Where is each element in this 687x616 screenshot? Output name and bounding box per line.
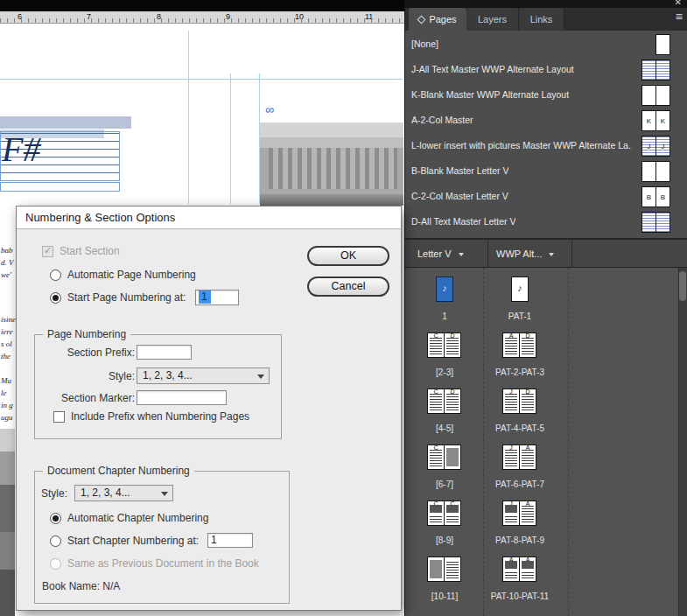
section-prefix-input[interactable] (137, 345, 192, 360)
panel-menu-icon[interactable]: ≡ (676, 10, 683, 23)
section-dropdown-letter-v[interactable]: Letter V (417, 240, 464, 268)
auto-chapter-radio[interactable] (50, 513, 61, 524)
master-row[interactable]: J-All Text Master WWP Alternate Layout (405, 57, 687, 82)
master-letter: A (526, 556, 530, 564)
master-page-icons: BB (642, 186, 670, 207)
master-row[interactable]: K-Blank Master WWP Alternate Layout (405, 82, 687, 108)
master-page-icon (655, 60, 670, 80)
spread-thumbnails-area[interactable]: ♪ 1 ♪ PAT-1 C D [2-3] A D PAT-2-P (405, 268, 687, 616)
page-icon (444, 556, 461, 582)
spread-thumbnail[interactable]: C D (427, 388, 462, 415)
spread-thumbnail[interactable]: J A (502, 500, 537, 527)
close-icon[interactable]: ✕ (675, 0, 682, 7)
start-section-checkbox[interactable] (42, 246, 53, 257)
master-name: B-Blank Master Letter V (411, 158, 508, 184)
spread-thumbnail[interactable]: J D (502, 388, 537, 415)
master-row[interactable]: C-2-Col Master Letter V BB (405, 184, 687, 209)
spread-label[interactable]: PAT-8-PAT-9 (480, 536, 559, 545)
chapter-numbering-legend: Document Chapter Numbering (43, 465, 194, 477)
text-fragment: ugu (1, 413, 13, 422)
page-icon: ♪ (436, 276, 453, 302)
start-page-value: 1 (199, 290, 211, 304)
panel-tab-bar: Pages Layers Links (405, 8, 687, 31)
text-fragment: iere (1, 327, 13, 336)
scrollbar[interactable] (678, 268, 687, 616)
master-row[interactable]: B-Blank Master Letter V (405, 158, 687, 184)
auto-page-radio[interactable] (50, 270, 61, 281)
master-page-icon: J (655, 136, 670, 157)
spread-label[interactable]: [6-7] (405, 480, 484, 489)
page-numbering-legend: Page Numbering (43, 328, 130, 340)
spread-row: C D [2-3] A D PAT-2-PAT-3 (405, 332, 687, 388)
master-page-letter: B (661, 193, 665, 201)
spread-thumbnail[interactable]: A A (502, 556, 537, 583)
scrollbar-thumb[interactable] (679, 271, 686, 301)
master-name: D-All Text Master Letter V (411, 209, 515, 234)
master-page-icon (641, 85, 656, 106)
spread-label[interactable]: PAT-2-PAT-3 (480, 368, 559, 377)
spread-label[interactable]: PAT-10-PAT-11 (480, 592, 559, 601)
page-icon: C (444, 500, 461, 526)
spread-thumbnail[interactable]: A D (502, 332, 537, 359)
master-page-letter: J (662, 143, 665, 150)
auto-page-label: Automatic Page Numbering (67, 269, 196, 281)
start-section-label: Start Section (60, 245, 120, 257)
horizontal-ruler[interactable]: 6 7 8 9 10 11 (0, 11, 404, 24)
spread-label[interactable]: [2-3] (405, 368, 484, 377)
page-thumbnail-selected[interactable]: ♪ (436, 276, 453, 303)
spread-label[interactable]: [8-9] (405, 536, 484, 545)
start-page-radio[interactable] (50, 292, 61, 304)
spread-label[interactable]: PAT-1 (480, 312, 559, 321)
include-prefix-label: Include Prefix when Numbering Pages (71, 410, 249, 423)
building-base (260, 194, 403, 206)
include-prefix-checkbox[interactable] (53, 411, 65, 423)
ruler-number: 6 (18, 12, 22, 21)
master-letter: A (509, 332, 514, 340)
page-icon: J (502, 500, 520, 526)
spread-thumbnail[interactable]: C (427, 444, 462, 471)
spread-row: C D [4-5] J D PAT-4-PAT-5 (405, 388, 687, 444)
tab-links[interactable]: Links (519, 8, 564, 31)
guide-vertical (230, 74, 231, 204)
chapter-style-dropdown[interactable]: 1, 2, 3, 4... (74, 485, 173, 501)
text-fragment: bab (1, 246, 13, 255)
spread-thumbnail[interactable]: J A (502, 444, 537, 471)
spread-thumbnail[interactable]: C C (427, 500, 462, 527)
page-style-value: 1, 2, 3, 4... (143, 369, 193, 382)
master-page-icon: J (641, 136, 656, 157)
start-chapter-radio[interactable] (50, 536, 61, 547)
page-thumbnail[interactable]: ♪ (511, 276, 529, 303)
dialog-title[interactable]: Numbering & Section Options (17, 206, 401, 229)
master-page-icon (655, 161, 670, 182)
section-marker-input[interactable] (137, 390, 227, 405)
master-row[interactable]: L-lower insert with pictures Master WWP … (405, 133, 687, 158)
master-row[interactable]: A-2-Col Master KK (405, 108, 687, 133)
book-name-label: Book Name: N/A (42, 580, 120, 592)
spread-thumbnail[interactable] (427, 556, 462, 583)
master-row[interactable]: [None] (405, 32, 687, 57)
master-page-icon (655, 212, 670, 233)
pages-panel: ✕ Pages Layers Links ≡ [None] J-All Text… (404, 0, 687, 616)
spread-label[interactable]: PAT-6-PAT-7 (480, 480, 559, 489)
tab-pages[interactable]: Pages (409, 8, 466, 31)
page-style-dropdown[interactable]: 1, 2, 3, 4... (137, 368, 270, 384)
spread-label[interactable]: [10-11] (405, 592, 484, 601)
start-page-input[interactable]: 1 (195, 290, 239, 305)
start-chapter-row: Start Chapter Numbering at: (50, 535, 199, 547)
master-name: J-All Text Master WWP Alternate Layout (411, 57, 574, 82)
master-name: K-Blank Master WWP Alternate Layout (411, 82, 569, 108)
master-letter: C (450, 500, 454, 508)
tab-layers[interactable]: Layers (466, 8, 519, 31)
spread-label[interactable]: [4-5] (405, 424, 484, 433)
start-chapter-input[interactable]: 1 (207, 533, 253, 548)
master-page-icon (655, 85, 670, 106)
spread-label[interactable]: PAT-4-PAT-5 (480, 424, 559, 433)
spread-thumbnail[interactable]: C D (427, 332, 462, 359)
spread-label[interactable]: 1 (405, 312, 484, 321)
ok-button[interactable]: OK (307, 246, 389, 266)
page-icon: C (427, 388, 445, 414)
section-dropdown-wwp-alt[interactable]: WWP Alt... (496, 240, 554, 268)
spread-row: C C [8-9] J A PAT-8-PAT-9 (405, 500, 687, 556)
master-row[interactable]: D-All Text Master Letter V (405, 209, 687, 234)
cancel-button[interactable]: Cancel (307, 276, 389, 297)
